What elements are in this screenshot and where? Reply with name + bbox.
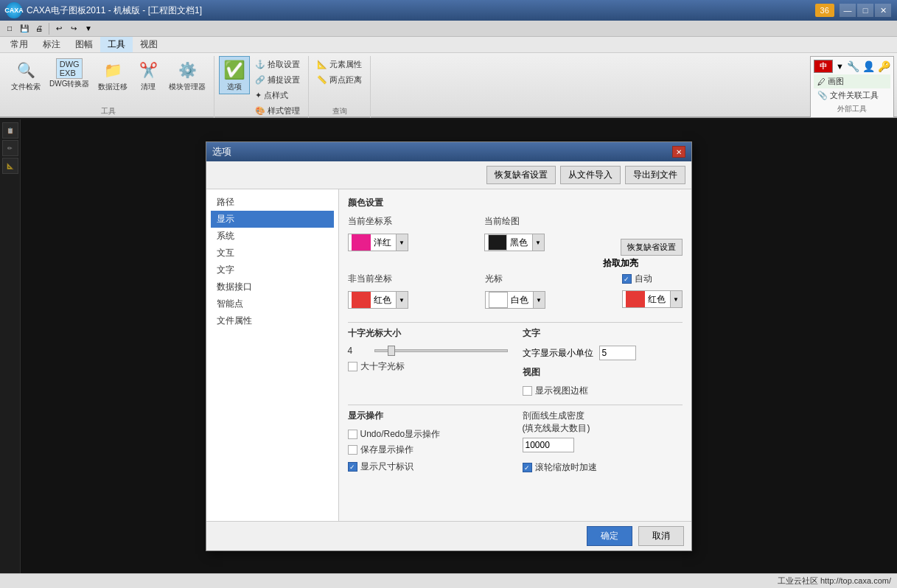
snap-auto-checkbox[interactable]: ✓ — [622, 274, 632, 284]
undo-redo-row: Undo/Redo显示操作 — [348, 428, 508, 441]
crosshair-value: 4 — [348, 346, 370, 356]
current-coord-arrow[interactable]: ▼ — [396, 234, 408, 251]
ribbon-btn-file-search[interactable]: 🔍 文件检索 — [7, 56, 44, 94]
current-drawing-color-dropdown[interactable]: 黑色 ▼ — [484, 234, 545, 251]
user-icon[interactable]: 👤 — [862, 60, 875, 72]
ribbon-btn-style-mgr[interactable]: 🎨 样式管理 — [251, 104, 304, 118]
tree-item-interact[interactable]: 文互 — [211, 245, 334, 262]
show-border-checkbox[interactable] — [523, 386, 532, 396]
import-from-file-button[interactable]: 从文件导入 — [560, 166, 621, 184]
snap-auto-row: ✓ 自动 — [622, 273, 683, 285]
settings-icon2[interactable]: 🔧 — [847, 60, 859, 72]
scroll-accel-label: 滚轮缩放时加速 — [535, 461, 597, 474]
dialog-close-button[interactable]: ✕ — [672, 146, 685, 158]
tree-item-text[interactable]: 文字 — [211, 262, 334, 279]
current-coord-color-dropdown[interactable]: 洋红 ▼ — [348, 234, 408, 251]
scroll-accel-checkbox[interactable]: ✓ — [523, 463, 532, 472]
ribbon-btn-point-style[interactable]: ✦ 点样式 — [251, 88, 304, 102]
ribbon-btn-options[interactable]: ✅ 选项 — [219, 56, 250, 94]
flag-icon: 中 — [814, 60, 833, 73]
status-bar: 工业云社区 http://top.caxa.com/ — [0, 573, 897, 588]
close-button[interactable]: ✕ — [875, 4, 891, 17]
ribbon-btn-clean[interactable]: ✂️ 清理 — [133, 56, 164, 94]
snap-boost-color-name: 红色 — [648, 293, 670, 306]
menu-biaozu[interactable]: 标注 — [35, 37, 68, 52]
dialog-toolbar: 恢复缺省设置 从文件导入 导出到文件 — [206, 161, 691, 189]
dialog-footer: 确定 取消 — [206, 521, 691, 550]
element-props-icon: 📐 — [317, 60, 327, 69]
cursor-swatch — [489, 292, 508, 308]
non-current-coord-dropdown[interactable]: 红色 ▼ — [348, 291, 408, 309]
lang-dropdown[interactable]: ▼ — [836, 62, 844, 71]
tree-item-system[interactable]: 系统 — [211, 228, 334, 245]
menu-gongju[interactable]: 工具 — [100, 37, 133, 52]
scroll-accel-row: ✓ 滚轮缩放时加速 — [523, 461, 683, 474]
export-to-file-button[interactable]: 导出到文件 — [625, 166, 685, 184]
dwg-icon: DWGEXB — [56, 58, 83, 79]
menu-changyong[interactable]: 常用 — [3, 37, 35, 52]
ribbon-btn-module-mgr[interactable]: ⚙️ 模块管理器 — [165, 56, 209, 94]
non-current-coord-arrow[interactable]: ▼ — [396, 292, 408, 308]
min-unit-input[interactable] — [599, 346, 636, 360]
ribbon-btn-data-migrate[interactable]: 📁 数据迁移 — [94, 56, 131, 94]
show-dim-checkbox[interactable]: ✓ — [348, 462, 357, 472]
crosshair-section-title: 十字光标大小 — [348, 327, 508, 340]
dialog-titlebar: 选项 ✕ — [206, 142, 691, 161]
qtb-undo[interactable]: ↩ — [52, 22, 66, 35]
ribbon-btn-file-link-tool[interactable]: 📎 文件关联工具 — [814, 88, 890, 102]
cursor-arrow[interactable]: ▼ — [533, 292, 545, 308]
section-density-title: 剖面线生成密度 (填充线最大数目) — [523, 410, 683, 435]
snap-settings-icon: 🔗 — [255, 75, 265, 85]
non-current-coord-name: 红色 — [374, 294, 396, 307]
ribbon-btn-dwg[interactable]: DWGEXB DWG转换器 — [46, 56, 93, 91]
qtb-print[interactable]: 🖨 — [32, 22, 46, 35]
tree-item-file-props[interactable]: 文件属性 — [211, 312, 334, 329]
ribbon-btn-two-point-dist[interactable]: 📏 两点距离 — [313, 73, 366, 87]
modal-overlay: 选项 ✕ 恢复缺省设置 从文件导入 导出到文件 路径 显示 系统 文互 — [0, 119, 897, 573]
save-display-checkbox[interactable] — [348, 445, 357, 455]
display-ops-title: 显示操作 — [348, 410, 508, 422]
pick-settings-icon: ⚓ — [255, 60, 265, 69]
snap-auto-label: 自动 — [635, 273, 652, 285]
menu-shitu[interactable]: 视图 — [133, 37, 165, 52]
tree-item-smart-point[interactable]: 智能点 — [211, 295, 334, 312]
current-coord-color-name: 洋红 — [374, 237, 396, 249]
help-icon[interactable]: 🔑 — [878, 60, 890, 72]
ribbon-group-tools: 🔍 文件检索 DWGEXB DWG转换器 📁 数据迁移 ✂️ 清理 ⚙️ — [3, 56, 214, 118]
undo-redo-checkbox[interactable] — [348, 430, 357, 439]
text-section-title: 文字 — [523, 327, 683, 340]
restore-button[interactable]: □ — [857, 4, 873, 17]
large-crosshair-label: 大十字光标 — [360, 360, 405, 373]
restore-defaults-button[interactable]: 恢复缺省设置 — [486, 166, 556, 184]
section-density-input[interactable] — [523, 438, 574, 452]
menu-tufu[interactable]: 图幅 — [68, 37, 100, 52]
app-logo: CAXA — [6, 2, 22, 18]
qtb-new[interactable]: □ — [3, 22, 16, 35]
snap-boost-swatch — [626, 291, 645, 307]
qtb-redo[interactable]: ↪ — [67, 22, 80, 35]
ribbon-btn-element-props[interactable]: 📐 元素属性 — [313, 57, 366, 71]
slider-thumb[interactable] — [388, 346, 395, 356]
ribbon-btn-snap-settings[interactable]: 🔗 捕捉设置 — [251, 73, 304, 87]
ribbon-btn-pick-settings[interactable]: ⚓ 拾取设置 — [251, 57, 304, 71]
ok-button[interactable]: 确定 — [587, 526, 632, 546]
color-restore-button[interactable]: 恢复缺省设置 — [621, 239, 683, 256]
minimize-button[interactable]: — — [840, 4, 856, 17]
cursor-color-dropdown[interactable]: 白色 ▼ — [485, 291, 545, 309]
point-style-icon: ✦ — [255, 91, 262, 100]
ribbon-btn-draw[interactable]: 🖊 画图 — [814, 74, 890, 88]
tree-item-data-iface[interactable]: 数据接口 — [211, 279, 334, 295]
main-area: 📋 ✏ 📐 选项 ✕ 恢复缺省设置 从文件导入 导出到文件 — [0, 119, 897, 573]
snap-boost-arrow[interactable]: ▼ — [670, 291, 682, 307]
tree-item-path[interactable]: 路径 — [211, 194, 334, 211]
non-current-coord-label: 非当前坐标 — [348, 273, 392, 285]
snap-boost-color-dropdown[interactable]: 红色 ▼ — [622, 290, 683, 308]
tree-item-display[interactable]: 显示 — [211, 211, 334, 228]
qtb-save[interactable]: 💾 — [18, 22, 31, 35]
qtb-dropdown[interactable]: ▼ — [82, 22, 95, 35]
current-drawing-arrow[interactable]: ▼ — [532, 234, 544, 251]
crosshair-slider[interactable] — [374, 349, 508, 352]
large-crosshair-checkbox[interactable] — [348, 362, 357, 371]
non-current-coord-swatch — [352, 292, 371, 308]
cancel-button[interactable]: 取消 — [638, 526, 684, 546]
